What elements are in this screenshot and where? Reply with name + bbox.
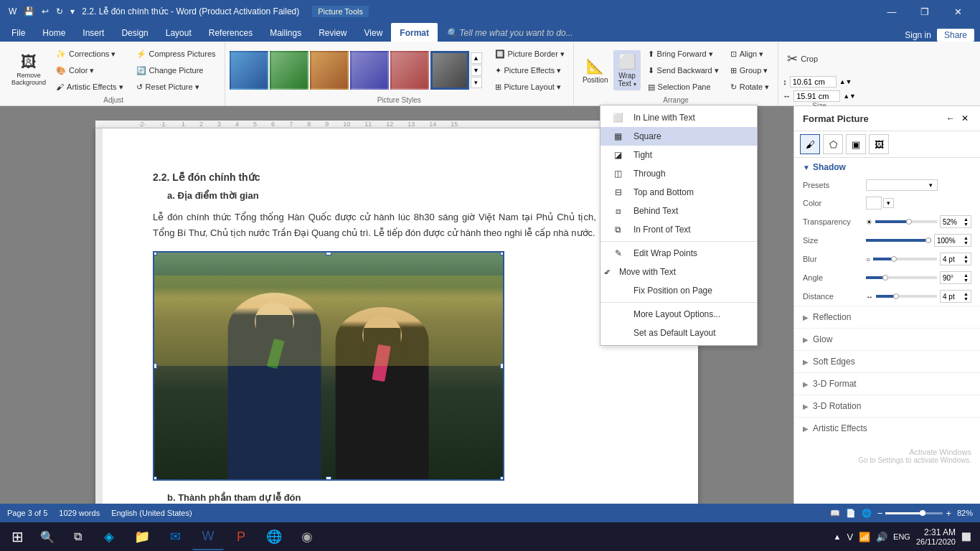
customize-qa-button[interactable]: ▾ xyxy=(67,5,77,18)
reflection-header[interactable]: ▶ Reflection xyxy=(794,306,980,328)
format-tab-layout[interactable]: 🖼 xyxy=(869,134,889,154)
chrome-button[interactable]: 🌐 xyxy=(258,523,290,550)
style-thumb-4[interactable] xyxy=(350,51,389,90)
redo-button[interactable]: ↻ xyxy=(53,5,66,18)
transparency-thumb[interactable] xyxy=(906,219,912,225)
send-backward-button[interactable]: ⬇ Send Backward ▾ xyxy=(644,62,723,78)
wrap-set-default[interactable]: Set as Default Layout xyxy=(600,324,757,342)
wrap-move-with-text[interactable]: ✓ Move with Text xyxy=(600,263,757,281)
group-button[interactable]: ⊞ Group ▾ xyxy=(726,62,773,78)
change-picture-button[interactable]: 🔄 Change Picture xyxy=(132,62,220,78)
align-button[interactable]: ⊡ Align ▾ xyxy=(726,46,773,62)
wrap-behind-text[interactable]: ⧈ Behind Text xyxy=(600,202,757,220)
tab-insert[interactable]: Insert xyxy=(74,23,113,42)
word-taskbar-button[interactable]: W xyxy=(192,523,224,550)
wrap-fix-position[interactable]: Fix Position on Page xyxy=(600,281,757,300)
mail-button[interactable]: ✉ xyxy=(159,523,191,550)
wrap-more-options[interactable]: More Layout Options... xyxy=(600,305,757,324)
powerpoint-taskbar-button[interactable]: P xyxy=(225,523,257,550)
reset-picture-button[interactable]: ↺ Reset Picture ▾ xyxy=(132,79,220,95)
width-input[interactable] xyxy=(793,90,840,102)
minimize-button[interactable]: — xyxy=(875,0,908,23)
angle-down[interactable]: ▼ xyxy=(963,278,969,283)
angle-up[interactable]: ▲ xyxy=(963,273,969,278)
picture-layout-button[interactable]: ⊞ Picture Layout ▾ xyxy=(491,79,569,95)
color-swatch[interactable] xyxy=(866,197,882,209)
explorer-button[interactable]: 📁 xyxy=(126,523,158,550)
selection-pane-button[interactable]: ▤ Selection Pane xyxy=(644,79,723,95)
rotate-button[interactable]: ↻ Rotate ▾ xyxy=(726,79,773,95)
distance-thumb[interactable] xyxy=(893,293,899,299)
wrap-through[interactable]: ◫ Through xyxy=(600,164,757,183)
format-tab-shape[interactable]: ⬠ xyxy=(823,134,843,154)
style-thumb-1[interactable] xyxy=(230,51,268,90)
blur-up[interactable]: ▲ xyxy=(963,254,969,259)
blur-down[interactable]: ▼ xyxy=(963,259,969,264)
soft-edges-header[interactable]: ▶ Soft Edges xyxy=(794,351,980,372)
style-thumb-3[interactable] xyxy=(310,51,349,90)
tab-review[interactable]: Review xyxy=(310,23,355,42)
zoom-in-button[interactable]: + xyxy=(946,508,951,519)
artistic-effects-header[interactable]: ▶ Artistic Effects xyxy=(794,418,980,439)
wrap-top-bottom[interactable]: ⊟ Top and Bottom xyxy=(600,183,757,202)
save-button[interactable]: 💾 xyxy=(21,5,37,18)
shadow-section-header[interactable]: ▼ Shadow xyxy=(803,158,971,176)
read-mode-button[interactable]: 📖 xyxy=(830,509,840,518)
search-button[interactable]: 🔍 xyxy=(33,523,62,550)
distance-track[interactable] xyxy=(876,295,937,298)
wrap-in-front-of-text[interactable]: ⧉ In Front of Text xyxy=(600,220,757,239)
height-input[interactable] xyxy=(790,76,837,88)
angle-thumb[interactable] xyxy=(882,275,888,281)
undo-button[interactable]: ↩ xyxy=(39,5,52,18)
position-button[interactable]: 📐 Position xyxy=(578,50,613,90)
transparency-track[interactable] xyxy=(875,220,937,223)
wrap-square[interactable]: ▦ Square xyxy=(600,127,757,146)
tell-me-button[interactable]: 🔍 Tell me what you want to do... xyxy=(438,23,582,42)
tab-layout[interactable]: Layout xyxy=(157,23,200,42)
format-panel-close-button[interactable]: ✕ xyxy=(958,112,971,125)
format-tab-effects[interactable]: 🖌 xyxy=(800,134,820,154)
picture-border-button[interactable]: 🔲 Picture Border ▾ xyxy=(491,46,569,62)
task-view-button[interactable]: ⧉ xyxy=(63,523,92,550)
glow-header[interactable]: ▶ Glow xyxy=(794,329,980,350)
color-button[interactable]: 🎨 Color ▾ xyxy=(52,62,128,78)
corrections-button[interactable]: ✨ Corrections ▾ xyxy=(52,46,128,62)
zoom-slider[interactable]: − + xyxy=(877,508,951,519)
taskbar-clock[interactable]: 2:31 AM 26/11/2020 xyxy=(916,527,956,546)
photo-box[interactable]: ⚓ xyxy=(153,251,504,481)
styles-more[interactable]: ▾ xyxy=(471,77,482,88)
size-down[interactable]: ▼ xyxy=(963,240,969,245)
style-thumb-5[interactable] xyxy=(390,51,429,90)
styles-scroll-down[interactable]: ▼ xyxy=(471,65,482,76)
bring-forward-button[interactable]: ⬆ Bring Forward ▾ xyxy=(644,46,723,62)
web-layout-button[interactable]: 🌐 xyxy=(862,509,872,518)
distance-up[interactable]: ▲ xyxy=(963,291,969,296)
extra-app-button[interactable]: ◉ xyxy=(291,523,323,550)
artistic-effects-button[interactable]: 🖌 Artistic Effects ▾ xyxy=(52,79,128,95)
wrap-edit-points[interactable]: ✎ Edit Wrap Points xyxy=(600,244,757,263)
maximize-button[interactable]: ❐ xyxy=(908,0,941,23)
picture-effects-button[interactable]: ✦ Picture Effects ▾ xyxy=(491,62,569,78)
print-layout-button[interactable]: 📄 xyxy=(846,509,856,518)
presets-dropdown[interactable]: ▾ xyxy=(866,179,938,191)
styles-scroll-up[interactable]: ▲ xyxy=(471,52,482,64)
transparency-up[interactable]: ▲ xyxy=(963,217,969,222)
angle-track[interactable] xyxy=(866,276,937,279)
crop-button[interactable]: ✂ Crop xyxy=(783,44,822,73)
format-tab-picture[interactable]: ▣ xyxy=(846,134,866,154)
transparency-down[interactable]: ▼ xyxy=(963,222,969,227)
tab-references[interactable]: References xyxy=(200,23,261,42)
zoom-out-button[interactable]: − xyxy=(877,508,883,519)
3d-rotation-header[interactable]: ▶ 3-D Rotation xyxy=(794,395,980,417)
remove-background-button[interactable]: 🖼 RemoveBackground xyxy=(7,46,50,95)
start-button[interactable]: ⊞ xyxy=(3,523,32,550)
tab-format[interactable]: Format xyxy=(391,23,438,42)
tab-mailings[interactable]: Mailings xyxy=(261,23,310,42)
close-button[interactable]: ✕ xyxy=(941,0,974,23)
tab-home[interactable]: Home xyxy=(34,23,74,42)
desktop-button[interactable]: ⬜ xyxy=(961,532,971,542)
blur-thumb[interactable] xyxy=(891,256,897,262)
size-track[interactable] xyxy=(866,239,931,242)
size-thumb[interactable] xyxy=(925,237,931,243)
word-icon[interactable]: W xyxy=(6,5,19,18)
